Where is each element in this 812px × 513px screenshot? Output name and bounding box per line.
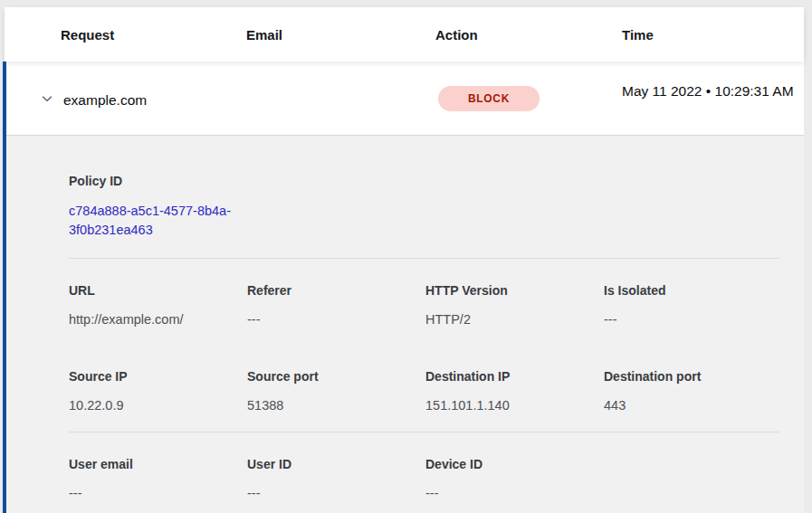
row-time-value: May 11 2022 • 10:29:31 AM <box>622 81 796 101</box>
field-value: HTTP/2 <box>425 311 604 328</box>
field-value: --- <box>69 485 247 501</box>
field-label: URL <box>69 283 247 299</box>
field-label: Destination IP <box>425 369 604 385</box>
detail-row-user: User email --- User ID --- Device ID --- <box>69 457 779 501</box>
field-label: Source port <box>247 369 425 385</box>
field-value: 151.101.1.140 <box>425 397 604 413</box>
column-header-email: Email <box>246 27 282 43</box>
field-label: Source IP <box>69 369 247 385</box>
section-divider <box>69 432 779 432</box>
action-block-badge: BLOCK <box>438 86 540 111</box>
field-label: HTTP Version <box>425 283 604 299</box>
field-label: User email <box>69 457 247 472</box>
policy-id-link[interactable]: c784a888-a5c1-4577-8b4a-3f0b231ea463 <box>69 202 250 240</box>
policy-id-label: Policy ID <box>69 174 779 189</box>
field-label: User ID <box>247 457 425 472</box>
field-label: Is Isolated <box>604 283 779 299</box>
chevron-down-icon[interactable] <box>40 91 54 106</box>
field-value: 443 <box>604 397 779 413</box>
detail-field-http-version: HTTP Version HTTP/2 <box>425 283 604 328</box>
detail-field-empty <box>604 457 779 501</box>
field-value: --- <box>604 311 779 328</box>
detail-field-source-ip: Source IP 10.22.0.9 <box>69 369 247 413</box>
policy-id-field: Policy ID c784a888-a5c1-4577-8b4a-3f0b23… <box>69 174 779 240</box>
table-header: Request Email Action Time <box>5 7 804 62</box>
field-label: Referer <box>247 283 425 299</box>
detail-field-url: URL http://example.com/ <box>69 283 247 328</box>
field-value: http://example.com/ <box>69 311 247 328</box>
field-value: --- <box>247 311 425 328</box>
detail-field-user-id: User ID --- <box>247 457 425 501</box>
field-value: --- <box>247 485 425 501</box>
detail-field-is-isolated: Is Isolated --- <box>604 283 779 328</box>
detail-field-referer: Referer --- <box>247 283 425 328</box>
field-label: Destination port <box>604 369 779 385</box>
detail-field-source-port: Source port 51388 <box>247 369 425 413</box>
log-row-example-com[interactable]: example.com BLOCK May 11 2022 • 10:29:31… <box>5 62 804 136</box>
log-table-card: Request Email Action Time example.com BL… <box>5 7 804 513</box>
field-value: 10.22.0.9 <box>69 397 247 413</box>
field-label: Device ID <box>425 457 604 472</box>
row-details-panel: Policy ID c784a888-a5c1-4577-8b4a-3f0b23… <box>5 136 804 513</box>
detail-row-http: URL http://example.com/ Referer --- HTTP… <box>69 283 779 328</box>
column-header-time: Time <box>622 27 654 43</box>
detail-row-network: Source IP 10.22.0.9 Source port 51388 De… <box>69 369 779 413</box>
section-divider <box>69 258 779 259</box>
field-value: 51388 <box>247 397 425 413</box>
detail-field-destination-ip: Destination IP 151.101.1.140 <box>425 369 604 413</box>
detail-field-device-id: Device ID --- <box>425 457 604 501</box>
field-value: --- <box>425 485 604 501</box>
detail-field-user-email: User email --- <box>69 457 247 501</box>
selected-row-accent-bar <box>3 62 6 513</box>
column-header-action: Action <box>435 27 478 43</box>
row-request-value: example.com <box>63 92 147 109</box>
detail-field-destination-port: Destination port 443 <box>604 369 779 413</box>
column-header-request: Request <box>61 27 114 43</box>
